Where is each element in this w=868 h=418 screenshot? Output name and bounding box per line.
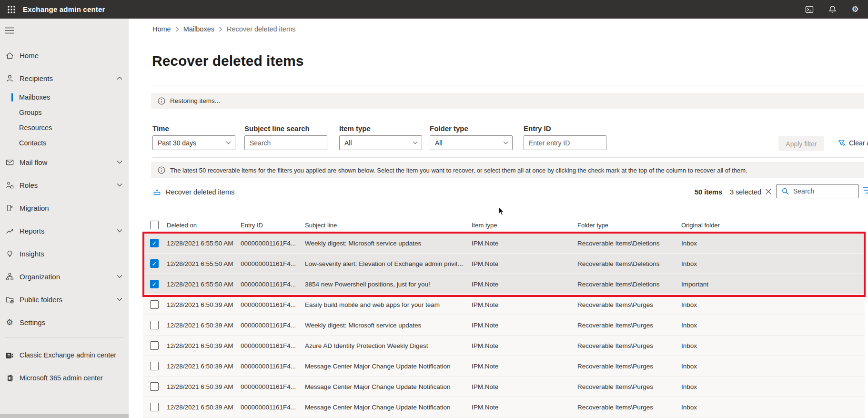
filter-entry-id: Entry ID [524, 124, 606, 150]
cell-original-folder: Inbox [681, 342, 865, 349]
row-checkbox[interactable] [150, 321, 159, 329]
cell-folder-type: Recoverable Items\Purges [577, 363, 681, 370]
breadcrumb-home-link[interactable]: Home [152, 25, 171, 33]
top-app-bar: Exchange admin center ⚙ [0, 0, 868, 19]
sidebar-item-classic-eac[interactable]: Classic Exchange admin center [0, 344, 129, 367]
main-content: Home Mailboxes Recover deleted items Rec… [129, 19, 868, 418]
sidebar-item-settings[interactable]: ⚙ Settings [0, 311, 129, 334]
cell-item-type: IPM.Note [472, 301, 577, 308]
entry-id-input[interactable] [529, 139, 602, 147]
app-launcher-icon[interactable] [0, 0, 23, 19]
item-type-dropdown[interactable]: All [339, 135, 422, 150]
sidebar-item-migration[interactable]: Migration [0, 196, 129, 219]
subject-search-box [244, 135, 327, 150]
sidebar-item-groups[interactable]: Groups [0, 105, 129, 120]
nav-collapse-hamburger-icon[interactable] [0, 24, 129, 37]
list-search-input[interactable] [793, 187, 868, 195]
info-banner-text: The latest 50 recoverable items for the … [170, 167, 747, 174]
filter-subject: Subject line search [244, 124, 327, 150]
sidebar-scrollbar[interactable] [0, 414, 129, 418]
row-checkbox[interactable]: ✓ [150, 239, 159, 247]
row-checkbox[interactable] [150, 362, 159, 370]
row-checkbox-cell: ✓ [143, 280, 167, 288]
cell-folder-type: Recoverable Items\Purges [577, 404, 681, 411]
chevron-down-icon [117, 229, 122, 233]
filter-view-icon[interactable] [863, 186, 868, 196]
table-row[interactable]: ✓12/28/2021 6:55:50 AM000000001161F4...3… [143, 274, 865, 295]
sidebar-item-public-folders[interactable]: Public folders [0, 288, 129, 311]
powershell-icon[interactable] [803, 3, 816, 16]
sidebar-item-reports[interactable]: Reports [0, 219, 129, 242]
breadcrumb: Home Mailboxes Recover deleted items [152, 25, 295, 33]
cell-folder-type: Recoverable Items\Purges [577, 322, 681, 329]
row-checkbox[interactable] [150, 382, 159, 391]
table-body: ✓12/28/2021 6:55:50 AM000000001161F4...W… [143, 233, 865, 418]
select-all-checkbox[interactable] [150, 221, 159, 229]
cell-entry-id: 000000001161F4... [241, 281, 305, 288]
column-header-subject-line[interactable]: Subject line [305, 222, 472, 229]
cell-subject: Easily build mobile and web apps for you… [305, 301, 472, 308]
table-row[interactable]: 12/28/2021 6:50:39 AM000000001161F4...Ea… [143, 295, 865, 315]
list-search-box [777, 184, 858, 198]
table-row[interactable]: 12/28/2021 6:50:39 AM000000001161F4...Me… [143, 356, 865, 377]
time-dropdown[interactable]: Past 30 days [152, 135, 235, 150]
column-header-entry-id[interactable]: Entry ID [241, 222, 305, 229]
cell-deleted-on: 12/28/2021 6:55:50 AM [167, 240, 241, 247]
cell-subject: Message Center Major Change Update Notif… [305, 363, 472, 370]
cell-deleted-on: 12/28/2021 6:55:50 AM [167, 281, 241, 288]
cell-item-type: IPM.Note [472, 260, 577, 267]
filter-time-label: Time [152, 124, 235, 133]
sidebar-item-mailboxes[interactable]: Mailboxes [0, 90, 129, 105]
cell-folder-type: Recoverable Items\Purges [577, 301, 681, 308]
recover-deleted-items-button[interactable]: Recover deleted items [152, 184, 234, 200]
sidebar-item-label: Roles [20, 181, 38, 189]
sidebar-item-contacts[interactable]: Contacts [0, 135, 129, 151]
divider [152, 157, 864, 158]
sidebar-item-mail-flow[interactable]: Mail flow [0, 151, 129, 173]
clear-all-filters-button[interactable]: Clear a [838, 139, 868, 147]
sidebar-item-label: Microsoft 365 admin center [20, 374, 103, 382]
settings-gear-icon[interactable]: ⚙ [849, 3, 861, 16]
row-checkbox[interactable] [150, 300, 159, 309]
breadcrumb-mailboxes-link[interactable]: Mailboxes [183, 25, 214, 33]
row-checkbox-cell [143, 362, 167, 370]
sidebar-item-roles[interactable]: Roles [0, 173, 129, 196]
table-row[interactable]: 12/28/2021 6:50:39 AM000000001161F4...We… [143, 315, 865, 336]
table-row[interactable]: 12/28/2021 6:50:39 AM000000001161F4...Az… [143, 336, 865, 356]
row-checkbox[interactable]: ✓ [150, 259, 159, 268]
row-checkbox[interactable] [150, 341, 159, 350]
column-header-deleted-on[interactable]: Deleted on [167, 222, 241, 229]
breadcrumb-current: Recover deleted items [227, 25, 295, 33]
table-row[interactable]: ✓12/28/2021 6:55:50 AM000000001161F4...W… [143, 233, 865, 254]
home-icon [5, 51, 14, 60]
clear-selection-icon[interactable] [764, 187, 773, 196]
column-header-original-folder[interactable]: Original folder [681, 222, 865, 229]
person-icon [5, 73, 14, 83]
sidebar-item-m365-admin[interactable]: Microsoft 365 admin center [0, 367, 129, 389]
info-banner: The latest 50 recoverable items for the … [151, 162, 864, 178]
column-header-item-type[interactable]: Item type [472, 222, 577, 229]
sidebar-item-organization[interactable]: Organization [0, 265, 129, 288]
subject-search-input[interactable] [250, 139, 323, 147]
sidebar-item-insights[interactable]: Insights [0, 242, 129, 265]
sidebar-item-home[interactable]: Home [0, 44, 129, 67]
cell-original-folder: Inbox [681, 383, 865, 390]
chevron-down-icon [413, 141, 418, 144]
table-row[interactable]: ✓12/28/2021 6:55:50 AM000000001161F4...L… [143, 254, 865, 274]
table-row[interactable]: 12/28/2021 6:50:39 AM000000001161F4...Me… [143, 397, 865, 418]
row-checkbox[interactable] [150, 403, 159, 411]
apply-filter-button[interactable]: Apply filter [778, 136, 824, 151]
cell-folder-type: Recoverable Items\Purges [577, 383, 681, 390]
sidebar-item-recipients[interactable]: Recipients [0, 67, 129, 90]
cell-subject: Azure AD Identity Protection Weekly Dige… [305, 342, 472, 349]
column-header-folder-type[interactable]: Folder type [577, 222, 681, 229]
sidebar-item-resources[interactable]: Resources [0, 120, 129, 135]
folder-type-dropdown[interactable]: All [430, 135, 513, 150]
table-row[interactable]: 12/28/2021 6:50:39 AM000000001161F4...Me… [143, 377, 865, 397]
sidebar-item-label: Resources [19, 124, 52, 132]
notifications-bell-icon[interactable] [826, 3, 838, 16]
row-checkbox[interactable]: ✓ [150, 280, 159, 288]
folder-globe-icon [5, 295, 14, 304]
sidebar-item-label: Settings [20, 318, 45, 326]
cell-deleted-on: 12/28/2021 6:50:39 AM [167, 342, 241, 349]
